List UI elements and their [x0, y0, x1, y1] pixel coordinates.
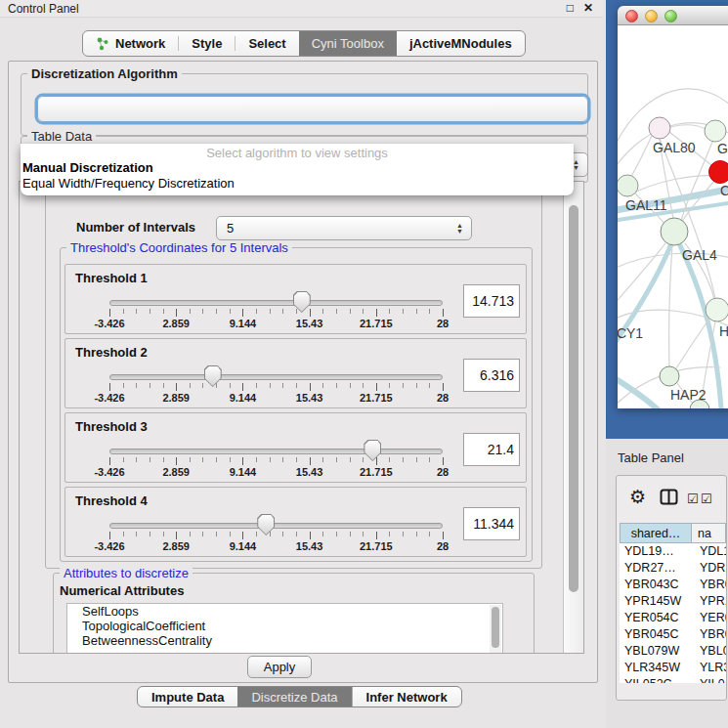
tick-label: 28 — [437, 466, 449, 478]
table-row[interactable]: YBR043CYBR0 — [620, 577, 726, 593]
threshold-3-value-input[interactable] — [463, 433, 520, 466]
column-header-shared-name[interactable]: shared… — [620, 523, 692, 543]
threshold-1-value-input[interactable] — [463, 284, 520, 318]
slider-track[interactable] — [109, 523, 443, 529]
desktop-background: GAL80GAGAL11CGAL4GCY1HHAP2 — [606, 0, 728, 439]
list-item[interactable]: SelfLoops — [67, 604, 502, 619]
algorithm-combobox[interactable] — [37, 96, 588, 122]
node-label: GAL4 — [682, 247, 717, 263]
tab-select[interactable]: Select — [236, 31, 298, 56]
table-row[interactable]: YLR345WYLR3 — [620, 660, 726, 676]
network-node[interactable] — [709, 161, 728, 184]
table-panel: Table Panel ⚙ ☑ ☑ shared… na YDL — [606, 439, 728, 728]
table-cell: YPR1 — [692, 593, 726, 610]
tab-infer-network[interactable]: Infer Network — [352, 687, 461, 707]
major-tick — [310, 309, 311, 317]
node-label: GA — [717, 141, 728, 156]
float-window-icon[interactable]: □ — [567, 1, 574, 15]
major-tick — [376, 457, 377, 465]
slider-track[interactable] — [109, 374, 443, 380]
network-node[interactable] — [661, 218, 688, 245]
tab-label: Cyni Toolbox — [312, 36, 384, 51]
network-nodes: GAL80GAGAL11CGAL4GCY1HHAP2 — [618, 117, 728, 408]
network-window[interactable]: GAL80GAGAL11CGAL4GCY1HHAP2 — [618, 6, 728, 408]
network-node[interactable] — [660, 366, 679, 386]
table-row[interactable]: YDR27…YDR2 — [620, 560, 726, 577]
threshold-4-value-input[interactable] — [463, 507, 520, 540]
network-node[interactable] — [705, 120, 726, 142]
table-cell: YBR043C — [620, 577, 692, 593]
control-panel: Control Panel □ ✕ Network Style Select C… — [0, 0, 603, 728]
threshold-label: Threshold 3 — [75, 419, 148, 434]
list-scrollbar[interactable] — [490, 605, 501, 654]
apply-button[interactable]: Apply — [247, 656, 312, 678]
column-header-name[interactable]: na — [692, 523, 726, 543]
tick-label: 21.715 — [360, 318, 393, 329]
close-traffic-light-icon[interactable] — [625, 10, 638, 22]
number-of-intervals-label: Number of Intervals — [76, 220, 195, 235]
table-row[interactable]: YBL079WYBL0 — [620, 643, 726, 660]
table-cell: YBL0 — [692, 643, 726, 660]
list-item[interactable]: BetweennessCentrality — [67, 633, 502, 648]
slider-track[interactable] — [109, 300, 443, 306]
threshold-2-slider[interactable]: -3.4262.8599.14415.4321.71528 — [109, 364, 443, 407]
table-row[interactable]: YER054CYER0 — [620, 610, 726, 626]
close-icon[interactable]: ✕ — [583, 1, 593, 15]
number-of-intervals-combobox[interactable]: 5 ▲▼ — [216, 216, 472, 240]
threshold-3-slider[interactable]: -3.4262.8599.14415.4321.71528 — [109, 439, 443, 482]
tab-network[interactable]: Network — [83, 31, 178, 56]
tab-label: Style — [192, 36, 222, 51]
group-title: Threshold's Coordinates for 5 Intervals — [66, 240, 292, 255]
thresholds-group: Threshold's Coordinates for 5 Intervals … — [60, 247, 533, 562]
table-row[interactable]: YIL052CYIL0 — [620, 676, 726, 683]
split-view-icon[interactable] — [660, 489, 678, 505]
slider-track[interactable] — [109, 449, 443, 454]
tab-cyni-toolbox[interactable]: Cyni Toolbox — [299, 31, 397, 56]
network-node[interactable] — [618, 175, 638, 196]
tab-label: Impute Data — [151, 690, 224, 705]
tick-label: -3.426 — [94, 540, 124, 552]
tick-label: 15.43 — [296, 466, 323, 478]
tab-discretize-data[interactable]: Discretize Data — [237, 687, 351, 707]
group-title: Discretization Algorithm — [27, 66, 182, 81]
threshold-label: Threshold 1 — [75, 271, 148, 285]
deselect-all-checkbox-icon[interactable]: ☑ — [701, 492, 712, 506]
pane-scrollbar-thumb[interactable] — [569, 205, 578, 592]
control-panel-titlebar: Control Panel □ ✕ — [0, 0, 603, 18]
minimize-traffic-light-icon[interactable] — [645, 10, 658, 22]
tab-jactivemnodules[interactable]: jActiveMNodules — [397, 31, 525, 56]
slider-ticks: -3.4262.8599.14415.4321.71528 — [109, 532, 443, 555]
pane-scrollbar[interactable] — [563, 182, 583, 653]
network-canvas[interactable]: GAL80GAGAL11CGAL4GCY1HHAP2 — [618, 25, 728, 408]
major-tick — [242, 457, 243, 465]
table-panel-title: Table Panel — [618, 450, 684, 465]
network-node[interactable] — [706, 298, 728, 321]
table-row[interactable]: YBR045CYBR0 — [620, 626, 726, 643]
threshold-1-slider[interactable]: -3.4262.8599.14415.4321.71528 — [109, 290, 443, 333]
dropdown-option-equal-width[interactable]: Equal Width/Frequency Discretization — [21, 176, 574, 192]
threshold-2-value-input[interactable] — [463, 359, 520, 392]
tick-label: -3.426 — [94, 466, 124, 478]
tick-label: 21.715 — [360, 540, 393, 552]
network-node[interactable] — [649, 117, 670, 139]
major-tick — [443, 532, 444, 539]
tab-style[interactable]: Style — [179, 31, 235, 56]
select-all-checkbox-icon[interactable]: ☑ — [687, 492, 699, 506]
tab-impute-data[interactable]: Impute Data — [138, 687, 237, 707]
table-panel-box: ⚙ ☑ ☑ shared… na YDL19…YDL1YDR27…YDR2YBR… — [616, 475, 727, 701]
dropdown-option-manual[interactable]: Manual Discretization — [21, 160, 574, 176]
threshold-4-slider[interactable]: -3.4262.8599.14415.4321.71528 — [109, 513, 443, 556]
table-toolbar: ⚙ ☑ ☑ — [617, 482, 726, 515]
zoom-traffic-light-icon[interactable] — [664, 10, 677, 22]
attributes-to-discretize-group: Attributes to discretize Numerical Attri… — [53, 573, 535, 654]
network-window-titlebar[interactable] — [618, 6, 728, 25]
table-row[interactable]: YDL19…YDL1 — [620, 543, 726, 560]
gear-icon[interactable]: ⚙ — [629, 486, 646, 508]
list-scrollbar-thumb[interactable] — [492, 607, 499, 648]
threshold-1-panel: Threshold 1 -3.4262.8599.14415.4321.7152… — [64, 264, 527, 334]
group-title: Table Data — [27, 129, 96, 144]
major-tick — [376, 383, 377, 391]
table-cell: YBR045C — [620, 626, 692, 643]
table-row[interactable]: YPR145WYPR1 — [620, 593, 726, 610]
list-item[interactable]: TopologicalCoefficient — [67, 619, 502, 633]
